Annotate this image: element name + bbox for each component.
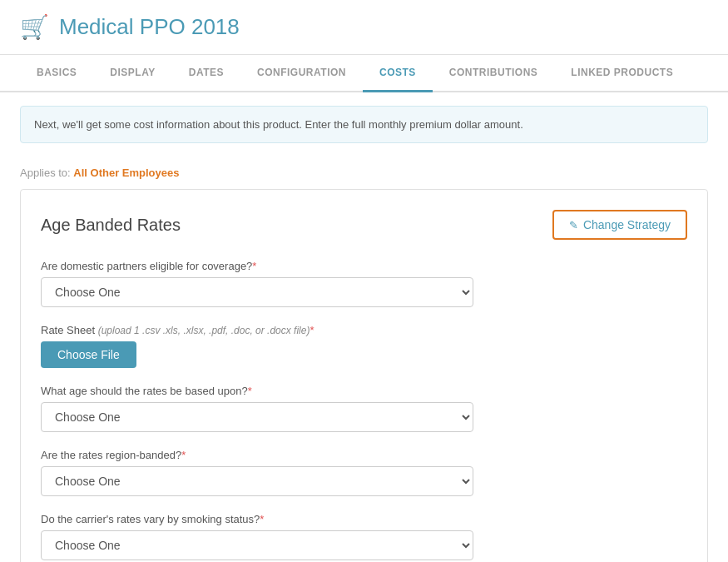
info-banner: Next, we'll get some cost information ab… [20,106,708,143]
age-based-label: What age should the rates be based upon?… [41,385,687,397]
age-based-select[interactable]: Choose One [41,402,473,432]
rate-sheet-group: Rate Sheet (upload 1 .csv .xls, .xlsx, .… [41,324,687,368]
smoking-status-label: Do the carrier's rates vary by smoking s… [41,513,687,525]
applies-to-link[interactable]: All Other Employees [73,167,179,179]
age-based-group: What age should the rates be based upon?… [41,385,687,432]
content-area: Next, we'll get some cost information ab… [0,106,728,562]
page-title: Medical PPO 2018 [59,14,240,40]
domestic-partners-group: Are domestic partners eligible for cover… [41,260,687,307]
tab-costs[interactable]: COSTS [363,55,433,92]
applies-to: Applies to: All Other Employees [20,157,708,189]
tab-display[interactable]: DISPLAY [93,55,171,92]
rate-sheet-label: Rate Sheet (upload 1 .csv .xls, .xlsx, .… [41,324,687,336]
region-banded-group: Are the rates region-banded?* Choose One [41,449,687,496]
tab-contributions[interactable]: CONTRIBUTIONS [433,55,555,92]
nav-tabs: BASICS DISPLAY DATES CONFIGURATION COSTS… [0,55,728,92]
cart-icon: 🛒 [20,13,49,41]
tab-basics[interactable]: BASICS [20,55,93,92]
card-header: Age Banded Rates ✎ Change Strategy [41,210,687,240]
smoking-status-group: Do the carrier's rates vary by smoking s… [41,513,687,560]
tab-dates[interactable]: DATES [172,55,240,92]
tab-linked-products[interactable]: LINKED PRODUCTS [554,55,690,92]
region-banded-select[interactable]: Choose One [41,466,473,496]
region-banded-label: Are the rates region-banded?* [41,449,687,461]
change-strategy-button[interactable]: ✎ Change Strategy [552,210,687,240]
choose-file-button[interactable]: Choose File [41,341,136,368]
tab-configuration[interactable]: CONFIGURATION [240,55,363,92]
page-wrapper: 🛒 Medical PPO 2018 BASICS DISPLAY DATES … [0,0,728,562]
domestic-partners-label: Are domestic partners eligible for cover… [41,260,687,272]
card-title: Age Banded Rates [41,216,181,235]
page-header: 🛒 Medical PPO 2018 [0,0,728,55]
domestic-partners-select[interactable]: Choose One [41,277,473,307]
edit-icon: ✎ [569,219,578,231]
smoking-status-select[interactable]: Choose One [41,530,473,560]
main-card: Age Banded Rates ✎ Change Strategy Are d… [20,189,708,562]
